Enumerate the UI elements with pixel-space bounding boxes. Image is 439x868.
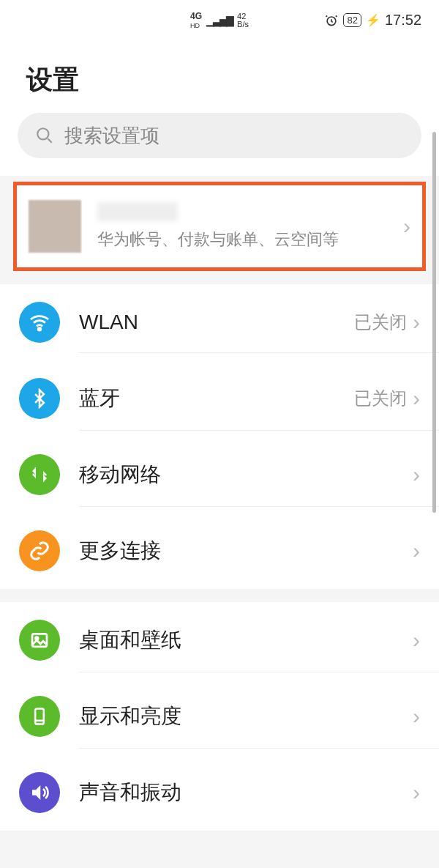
search-placeholder: 搜索设置项 xyxy=(64,123,160,149)
signal-icon: ▁▃▅▇ xyxy=(206,15,233,26)
row-display[interactable]: 显示和亮度 › xyxy=(0,678,439,754)
scrollbar[interactable] xyxy=(432,132,436,513)
row-label: 显示和亮度 xyxy=(79,702,413,730)
link-icon xyxy=(19,530,60,571)
svg-point-2 xyxy=(38,328,40,330)
row-label: 更多连接 xyxy=(79,537,413,565)
wifi-icon xyxy=(19,302,60,343)
row-value: 已关闭 xyxy=(354,311,407,334)
chevron-right-icon: › xyxy=(413,310,420,335)
account-row[interactable]: 华为帐号、付款与账单、云空间等 › xyxy=(13,182,426,271)
avatar xyxy=(29,200,81,253)
row-label: 移动网络 xyxy=(79,461,413,489)
row-mobile-network[interactable]: 移动网络 › xyxy=(0,437,439,513)
clock: 17:52 xyxy=(385,12,421,29)
svg-point-1 xyxy=(37,128,48,139)
speaker-icon xyxy=(19,772,60,813)
row-bluetooth[interactable]: 蓝牙 已关闭 › xyxy=(0,360,439,437)
chevron-right-icon: › xyxy=(413,538,420,563)
status-network: 4GHD ▁▃▅▇ 42B/s xyxy=(190,12,249,29)
charging-icon: ⚡ xyxy=(366,13,380,27)
chevron-right-icon: › xyxy=(413,386,420,411)
row-wallpaper[interactable]: 桌面和壁纸 › xyxy=(0,602,439,678)
bluetooth-icon xyxy=(19,378,60,419)
search-input[interactable]: 搜索设置项 xyxy=(18,113,421,158)
battery-indicator: 82 xyxy=(343,13,361,27)
row-sound[interactable]: 声音和振动 › xyxy=(0,754,439,831)
search-icon xyxy=(35,126,54,145)
settings-group-network: WLAN 已关闭 › 蓝牙 已关闭 › 移动网络 › 更多连接 › xyxy=(0,284,439,589)
page-title: 设置 xyxy=(26,62,413,98)
row-label: 声音和振动 xyxy=(79,779,413,806)
chevron-right-icon: › xyxy=(413,704,420,729)
row-wlan[interactable]: WLAN 已关闭 › xyxy=(0,284,439,360)
chevron-right-icon: › xyxy=(413,462,420,487)
image-icon xyxy=(19,620,60,661)
mobile-data-icon xyxy=(19,454,60,495)
account-name-blurred xyxy=(97,202,178,221)
phone-icon xyxy=(19,696,60,737)
row-label: 桌面和壁纸 xyxy=(79,626,413,654)
account-subtitle: 华为帐号、付款与账单、云空间等 xyxy=(97,229,387,251)
svg-rect-3 xyxy=(32,634,47,647)
row-more-connections[interactable]: 更多连接 › xyxy=(0,513,439,589)
settings-group-display: 桌面和壁纸 › 显示和亮度 › 声音和振动 › xyxy=(0,602,439,831)
chevron-right-icon: › xyxy=(413,780,420,805)
chevron-right-icon: › xyxy=(403,214,410,239)
row-value: 已关闭 xyxy=(354,387,407,410)
status-bar: 4GHD ▁▃▅▇ 42B/s 82 ⚡ 17:52 xyxy=(0,0,439,40)
chevron-right-icon: › xyxy=(413,628,420,653)
row-label: 蓝牙 xyxy=(79,385,354,412)
svg-rect-5 xyxy=(35,709,44,724)
row-label: WLAN xyxy=(79,311,354,334)
page-header: 设置 xyxy=(0,40,439,113)
alarm-icon xyxy=(324,13,339,28)
